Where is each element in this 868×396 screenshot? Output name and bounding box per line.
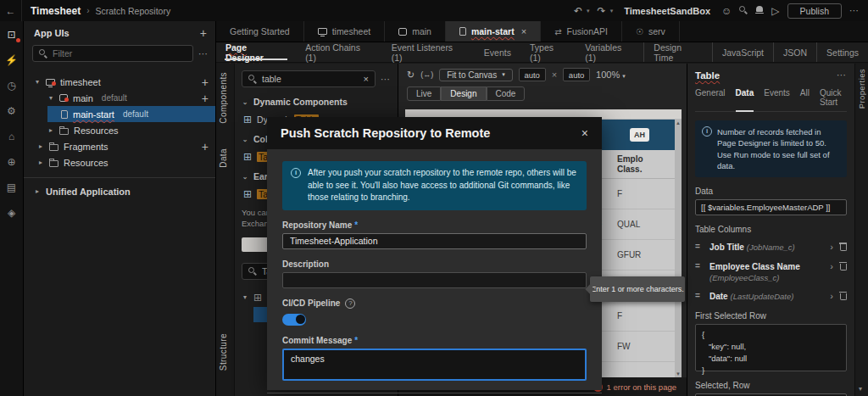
canvas-width-input[interactable] xyxy=(519,68,546,81)
canvas-height-input[interactable] xyxy=(563,68,590,81)
fit-to-canvas-select[interactable]: Fit to Canvas▾ xyxy=(439,69,512,81)
error-status[interactable]: 1 error on this page xyxy=(607,382,676,392)
section-dynamic-components[interactable]: ⌄Dynamic Components xyxy=(242,97,391,107)
undo-icon[interactable]: ↶ xyxy=(574,5,582,17)
delete-column-icon[interactable] xyxy=(839,242,847,251)
components-search-input[interactable] xyxy=(262,74,359,84)
source-icon[interactable]: ▤ xyxy=(5,181,19,194)
resize-mode-icon[interactable]: (↔) xyxy=(420,70,433,79)
chevron-right-icon[interactable]: › xyxy=(830,242,833,252)
app-uis-icon[interactable]: ⊡ xyxy=(5,28,19,42)
tab-javascript[interactable]: JavaScript xyxy=(712,42,773,62)
scroll-down-icon[interactable]: ▼ xyxy=(676,371,681,376)
back-button[interactable]: ← xyxy=(0,0,22,21)
app-uis-filter-input[interactable] xyxy=(32,45,193,62)
scroll-up-icon[interactable]: ▲ xyxy=(676,120,681,125)
tab-all[interactable]: All xyxy=(800,88,810,107)
tab-general[interactable]: General xyxy=(695,88,726,107)
caret-down-icon[interactable]: ▾ xyxy=(34,78,41,86)
delete-column-icon[interactable] xyxy=(839,261,847,271)
tab-json[interactable]: JSON xyxy=(773,42,816,62)
add-fragment-button[interactable]: + xyxy=(202,142,209,151)
tab-design-time[interactable]: Design Time xyxy=(643,42,712,62)
drag-handle-icon[interactable]: = xyxy=(695,242,704,251)
services-icon[interactable]: ⚙ xyxy=(5,104,19,118)
caret-right-icon[interactable]: ▸ xyxy=(37,142,44,150)
tab-types[interactable]: Types (1) xyxy=(520,42,576,62)
history-icon[interactable]: ◷ xyxy=(5,79,19,92)
undo-caret-icon[interactable]: ▾ xyxy=(587,8,590,14)
tab-data[interactable]: Data xyxy=(219,148,228,168)
tree-item-unified-application[interactable]: ▸ Unified Application xyxy=(24,183,215,199)
description-input[interactable] xyxy=(282,272,587,288)
tree-item-resources-inner[interactable]: ▸ Resources xyxy=(24,122,215,138)
topbar-overflow-icon[interactable]: ⋯ xyxy=(849,5,860,16)
caret-down-icon[interactable]: ▾ xyxy=(47,94,54,102)
commit-message-input[interactable]: changes xyxy=(282,349,587,381)
chevron-right-icon[interactable]: › xyxy=(830,261,833,271)
components-overflow-icon[interactable]: ⋯ xyxy=(381,74,391,85)
search-icon[interactable] xyxy=(739,6,748,16)
redo-caret-icon[interactable]: ▾ xyxy=(610,8,614,14)
tab-getting-started[interactable]: Getting Started xyxy=(216,21,304,42)
tab-timesheet[interactable]: timesheet xyxy=(304,21,386,42)
settings-icon[interactable]: ◈ xyxy=(5,206,19,220)
notifications-icon[interactable] xyxy=(755,5,764,16)
tab-event-listeners[interactable]: Event Listeners (1) xyxy=(382,42,475,62)
caret-down-icon[interactable]: ▾ xyxy=(242,293,248,301)
close-tab-icon[interactable]: × xyxy=(521,26,526,36)
caret-right-icon[interactable]: ▸ xyxy=(34,187,41,195)
run-icon[interactable]: ▷ xyxy=(771,5,779,17)
filter-input[interactable] xyxy=(53,48,186,59)
tab-page-designer[interactable]: Page Designer xyxy=(216,42,296,62)
caret-right-icon[interactable]: ▸ xyxy=(37,159,44,166)
redo-icon[interactable]: ↷ xyxy=(598,5,606,17)
tab-quick-start[interactable]: Quick Start xyxy=(820,88,847,107)
layouts-icon[interactable]: ⌂ xyxy=(5,130,19,143)
tree-item-resources[interactable]: ▸ Resources xyxy=(24,154,215,170)
tab-data[interactable]: Data xyxy=(736,88,754,107)
actions-icon[interactable]: ⚡ xyxy=(5,53,19,67)
tab-events[interactable]: Events xyxy=(764,88,790,107)
canvas-scrollbar[interactable]: ▲ ▼ xyxy=(675,120,682,377)
panel-overflow-icon[interactable]: ⋯ xyxy=(198,48,209,59)
panel-scroll-down-icon[interactable]: ▾ xyxy=(859,385,862,393)
web-icon[interactable]: ⊕ xyxy=(5,155,19,169)
column-row-job-title[interactable]: = Job Title (JobName_c) › xyxy=(695,242,847,253)
mode-design[interactable]: Design xyxy=(441,86,486,101)
tree-item-main-start[interactable]: main-start default xyxy=(47,106,215,122)
feedback-icon[interactable]: ☺ xyxy=(721,5,732,17)
add-page-button[interactable]: + xyxy=(202,94,209,103)
tab-components[interactable]: Components xyxy=(219,72,228,124)
drag-handle-icon[interactable]: = xyxy=(695,291,704,300)
tab-main-start[interactable]: main-start× xyxy=(446,21,541,42)
tab-settings[interactable]: Settings xyxy=(816,42,868,62)
close-dialog-icon[interactable]: × xyxy=(581,126,588,140)
tab-properties[interactable]: Properties xyxy=(857,69,866,109)
tree-item-main[interactable]: ▾ main default + xyxy=(24,90,215,106)
drag-handle-icon[interactable]: = xyxy=(695,261,704,271)
delete-column-icon[interactable] xyxy=(839,291,847,300)
repository-name-input[interactable] xyxy=(282,233,587,249)
add-app-ui-button[interactable]: + xyxy=(200,29,207,37)
column-row-employee-class[interactable]: = Employee Class Name (EmployeeClass_c) … xyxy=(695,261,847,283)
help-icon[interactable]: ? xyxy=(345,298,355,309)
mode-live[interactable]: Live xyxy=(407,86,441,101)
mode-code[interactable]: Code xyxy=(487,86,526,101)
tab-variables[interactable]: Variables (1) xyxy=(576,42,643,62)
sandbox-label[interactable]: TimesheetSandBox xyxy=(624,6,710,16)
tree-item-timesheet[interactable]: ▾ timesheet + xyxy=(24,74,215,90)
tab-structure[interactable]: Structure xyxy=(219,333,228,371)
column-row-date[interactable]: = Date (LastUpdateDate) › xyxy=(695,291,847,302)
tab-action-chains[interactable]: Action Chains (1) xyxy=(296,42,382,62)
publish-button[interactable]: Publish xyxy=(787,3,842,19)
tab-serv[interactable]: ☉serv xyxy=(622,21,680,42)
add-flow-button[interactable]: + xyxy=(202,78,209,86)
components-search-box[interactable]: × xyxy=(242,70,376,87)
refresh-icon[interactable]: ↻ xyxy=(407,70,415,81)
tab-events[interactable]: Events xyxy=(475,42,520,62)
chevron-right-icon[interactable]: › xyxy=(830,291,833,301)
cicd-pipeline-toggle[interactable] xyxy=(282,314,306,326)
data-expression-input[interactable] xyxy=(695,199,847,215)
tab-fusionapi[interactable]: ⇄FusionAPI xyxy=(541,21,622,42)
